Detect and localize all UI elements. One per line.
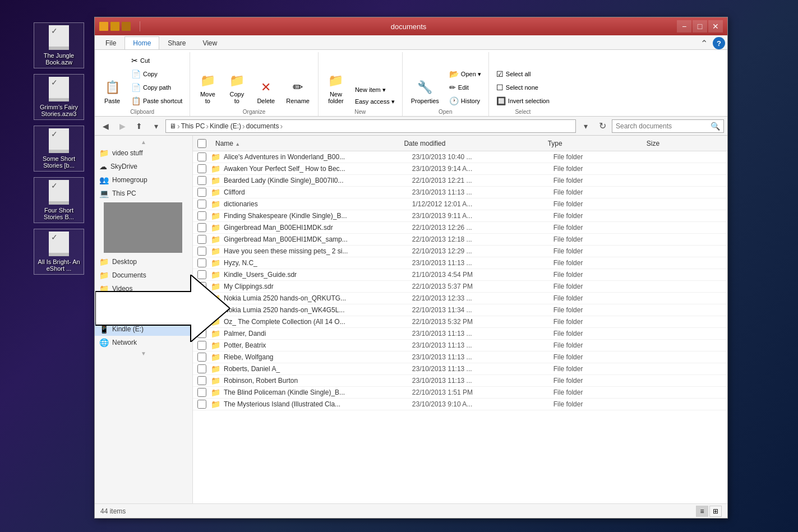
- new-folder-button[interactable]: 📁 Newfolder: [322, 69, 350, 107]
- file-row[interactable]: 📁 Potter, Beatrix 23/10/2013 11:13 ... F…: [193, 340, 727, 351]
- ribbon-collapse-button[interactable]: ⌃: [700, 37, 713, 49]
- desktop-icon[interactable]: The Jungle Book.azw: [34, 22, 84, 68]
- file-checkbox[interactable]: [197, 376, 206, 385]
- rename-button[interactable]: ✏ Rename: [281, 76, 315, 107]
- file-row[interactable]: 📁 Nokia Lumia 2520 hands-on_WK4G5L... 22…: [193, 304, 727, 316]
- close-button[interactable]: ✕: [708, 20, 723, 33]
- refresh-button[interactable]: ↻: [595, 119, 610, 133]
- edit-button[interactable]: ✏ Edit: [445, 81, 485, 94]
- file-checkbox[interactable]: [197, 176, 206, 185]
- file-row[interactable]: 📁 Alice's Adventures in Wonderland_B00..…: [193, 151, 727, 163]
- file-checkbox[interactable]: [197, 247, 206, 256]
- file-row[interactable]: 📁 The Mysterious Island (Illustrated Cla…: [193, 399, 727, 410]
- copy-path-button[interactable]: 📄 Copy path: [127, 81, 186, 94]
- file-type: File folder: [553, 247, 648, 255]
- address-path[interactable]: 🖥 › This PC › Kindle (E:) › documents ›: [165, 119, 576, 133]
- delete-button[interactable]: ✕ Delete: [252, 76, 280, 107]
- forward-button[interactable]: ▶: [115, 119, 130, 133]
- sidebar-item-skydrive[interactable]: ☁ SkyDrive: [95, 160, 192, 173]
- desktop-icon[interactable]: Four Short Stories B...: [34, 177, 84, 223]
- file-checkbox[interactable]: [197, 223, 206, 232]
- history-button[interactable]: 🕐 History: [445, 95, 485, 107]
- up-button[interactable]: ⬆: [132, 119, 146, 133]
- invert-selection-button[interactable]: 🔲 Invert selection: [492, 95, 553, 107]
- status-bar: 44 items ≡ ⊞: [95, 503, 727, 518]
- search-box[interactable]: 🔍: [612, 119, 724, 133]
- desktop-icon-label: The Jungle Book.azw: [36, 52, 81, 66]
- delete-icon: ✕: [257, 78, 275, 96]
- file-row[interactable]: 📁 Riebe, Wolfgang 23/10/2013 11:13 ... F…: [193, 351, 727, 363]
- maximize-button[interactable]: □: [693, 20, 707, 33]
- col-size-header[interactable]: Size: [642, 137, 723, 150]
- file-row[interactable]: 📁 Bearded Lady (Kindle Single)_B007Il0..…: [193, 175, 727, 187]
- file-row[interactable]: 📁 Robinson, Robert Burton 23/10/2013 11:…: [193, 375, 727, 387]
- move-to-button[interactable]: 📁 Moveto: [193, 69, 222, 107]
- copy-to-button[interactable]: 📁 Copyto: [223, 69, 251, 107]
- col-type-header[interactable]: Type: [543, 137, 642, 150]
- sidebar-item-homegroup[interactable]: 👥 Homegroup: [95, 173, 192, 187]
- large-icons-view-button[interactable]: ⊞: [709, 506, 722, 517]
- desktop-icon[interactable]: Some Short Stories [b...: [34, 126, 84, 172]
- open-button[interactable]: 📂 Open ▾: [445, 68, 485, 80]
- file-row[interactable]: 📁 Gingerbread Man_B00EHI1MDK.sdr 22/10/2…: [193, 222, 727, 234]
- file-checkbox[interactable]: [197, 364, 206, 373]
- file-checkbox[interactable]: [197, 152, 206, 161]
- paste-shortcut-button[interactable]: 📋 Paste shortcut: [127, 95, 186, 107]
- file-row[interactable]: 📁 Gingerbread Man_B00EHI1MDK_samp... 22/…: [193, 234, 727, 246]
- file-row[interactable]: 📁 Oz_ The Complete Collection (All 14 O.…: [193, 316, 727, 328]
- file-row[interactable]: 📁 Clifford 23/10/2013 11:13 ... File fol…: [193, 187, 727, 198]
- file-row[interactable]: 📁 Finding Shakespeare (Kindle Single)_B.…: [193, 210, 727, 222]
- file-row[interactable]: 📁 My Clippings.sdr 22/10/2013 5:37 PM Fi…: [193, 281, 727, 293]
- sidebar-scroll-down[interactable]: ▼: [95, 349, 192, 358]
- file-checkbox[interactable]: [197, 400, 206, 409]
- sidebar-scroll-up[interactable]: ▲: [95, 138, 192, 146]
- file-checkbox[interactable]: [197, 164, 206, 173]
- properties-button[interactable]: 🔧 Properties: [406, 76, 444, 107]
- sidebar-item-video-stuff[interactable]: 📁 video stuff: [95, 146, 192, 160]
- file-row[interactable]: 📁 Palmer, Dandi 23/10/2013 11:13 ... Fil…: [193, 328, 727, 340]
- file-row[interactable]: 📁 Hyzy, N.C_ 23/10/2013 11:13 ... File f…: [193, 257, 727, 269]
- file-name: Alice's Adventures in Wonderland_B00...: [224, 153, 412, 161]
- file-checkbox[interactable]: [197, 211, 206, 220]
- file-checkbox[interactable]: [197, 258, 206, 267]
- details-view-button[interactable]: ≡: [696, 506, 708, 517]
- file-row[interactable]: 📁 Kindle_Users_Guide.sdr 21/10/2013 4:54…: [193, 269, 727, 281]
- search-input[interactable]: [616, 122, 711, 130]
- col-name-header[interactable]: Name ▲: [211, 137, 399, 150]
- file-row[interactable]: 📁 Nokia Lumia 2520 hands-on_QRKUTG... 22…: [193, 293, 727, 304]
- sidebar-item-desktop[interactable]: 📁 Desktop: [95, 255, 192, 269]
- file-checkbox[interactable]: [197, 235, 206, 244]
- file-row[interactable]: 📁 Roberts, Daniel A_ 23/10/2013 11:13 ..…: [193, 363, 727, 375]
- select-none-button[interactable]: ☐ Select none: [492, 81, 553, 94]
- desktop-icon[interactable]: All Is Bright- An eShort ...: [34, 229, 84, 275]
- help-button[interactable]: ?: [713, 37, 725, 49]
- file-checkbox[interactable]: [197, 353, 206, 362]
- sidebar-item-this-pc[interactable]: 💻 This PC: [95, 187, 192, 200]
- desktop-icon[interactable]: Grimm's Fairy Stories.azw3: [34, 74, 84, 120]
- copy-button[interactable]: 📄 Copy: [127, 68, 186, 80]
- file-row[interactable]: 📁 The Blind Policeman (Kindle Single)_B.…: [193, 387, 727, 399]
- easy-access-button[interactable]: Easy access ▾: [351, 96, 399, 107]
- minimize-button[interactable]: −: [677, 20, 691, 33]
- file-checkbox[interactable]: [197, 200, 206, 209]
- select-all-button[interactable]: ☑ Select all: [492, 68, 553, 80]
- tab-home[interactable]: Home: [124, 36, 159, 49]
- tab-file[interactable]: File: [97, 36, 124, 49]
- new-item-button[interactable]: New item ▾: [351, 85, 399, 95]
- file-checkbox[interactable]: [197, 388, 206, 397]
- file-row[interactable]: 📁 Have you seen these missing pets_ 2 si…: [193, 246, 727, 257]
- cut-button[interactable]: ✂ Cut: [127, 54, 186, 67]
- file-row[interactable]: 📁 Awaken Your Perfect Self_ How to Bec..…: [193, 163, 727, 175]
- select-all-checkbox[interactable]: [197, 139, 206, 148]
- file-checkbox[interactable]: [197, 341, 206, 350]
- recent-locations-button[interactable]: ▾: [149, 119, 163, 133]
- tab-share[interactable]: Share: [159, 36, 194, 49]
- file-checkbox[interactable]: [197, 188, 206, 197]
- col-date-header[interactable]: Date modified: [399, 137, 543, 150]
- back-button[interactable]: ◀: [98, 119, 113, 133]
- title-bar-icons: [99, 21, 140, 31]
- file-row[interactable]: 📁 dictionaries 1/12/2012 12:01 A... File…: [193, 198, 727, 210]
- tab-view[interactable]: View: [194, 36, 225, 49]
- paste-button[interactable]: 📋 Paste: [98, 76, 126, 107]
- address-dropdown-button[interactable]: ▾: [578, 119, 593, 133]
